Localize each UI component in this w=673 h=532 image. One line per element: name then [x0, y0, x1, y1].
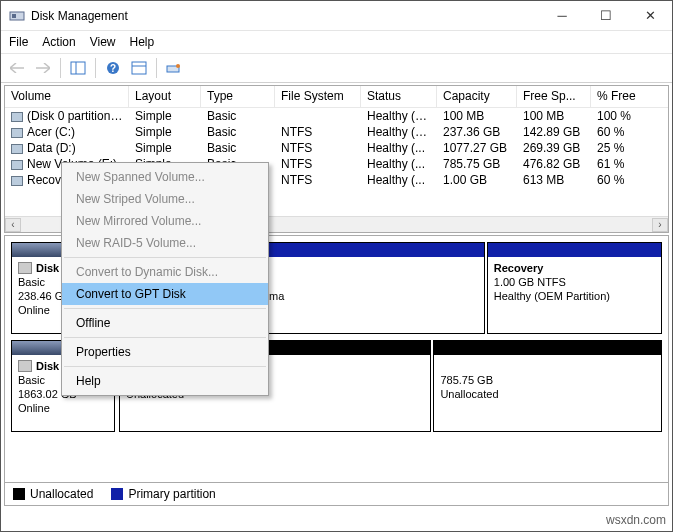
legend: Unallocated Primary partition — [4, 483, 669, 506]
partition-text: 785.75 GB — [440, 374, 493, 386]
cell-free: 476.82 GB — [517, 156, 591, 172]
cell-pct: 61 % — [591, 156, 647, 172]
svg-rect-1 — [12, 14, 16, 18]
context-menu-item: New RAID-5 Volume... — [62, 232, 268, 254]
context-menu-separator — [64, 366, 266, 367]
forward-button[interactable] — [31, 57, 55, 79]
cell-layout: Simple — [129, 108, 201, 124]
partition-text: Healthy (OEM Partition) — [494, 290, 610, 302]
window-title: Disk Management — [31, 9, 540, 23]
partition-recovery[interactable]: Recovery 1.00 GB NTFS Healthy (OEM Parti… — [487, 242, 662, 334]
legend-swatch-primary — [111, 488, 123, 500]
table-row[interactable]: (Disk 0 partition 1)SimpleBasicHealthy (… — [5, 108, 668, 124]
cell-pct: 100 % — [591, 108, 647, 124]
context-menu-item: New Mirrored Volume... — [62, 210, 268, 232]
context-menu-separator — [64, 337, 266, 338]
cell-capacity: 785.75 GB — [437, 156, 517, 172]
cell-fs — [275, 108, 361, 124]
table-header: Volume Layout Type File System Status Ca… — [5, 86, 668, 108]
svg-text:?: ? — [110, 63, 116, 74]
col-status[interactable]: Status — [361, 86, 437, 107]
cell-pct: 25 % — [591, 140, 647, 156]
disk-icon — [18, 360, 32, 372]
partition-title: Recovery — [494, 262, 544, 274]
menubar: File Action View Help — [1, 31, 672, 53]
settings-icon[interactable] — [162, 57, 186, 79]
cell-free: 613 MB — [517, 172, 591, 188]
app-icon — [9, 8, 25, 24]
svg-point-9 — [176, 64, 180, 68]
table-row[interactable]: Acer (C:)SimpleBasicNTFSHealthy (B...237… — [5, 124, 668, 140]
cell-fs: NTFS — [275, 140, 361, 156]
menu-view[interactable]: View — [90, 35, 116, 49]
context-menu-item: Convert to Dynamic Disk... — [62, 261, 268, 283]
context-menu-item[interactable]: Properties — [62, 341, 268, 363]
svg-rect-6 — [132, 62, 146, 74]
back-button[interactable] — [5, 57, 29, 79]
scroll-left-icon[interactable]: ‹ — [5, 218, 21, 232]
disk-status: Online — [18, 304, 50, 316]
context-menu: New Spanned Volume...New Striped Volume.… — [61, 162, 269, 396]
toolbar-separator — [95, 58, 96, 78]
cell-capacity: 1077.27 GB — [437, 140, 517, 156]
menu-file[interactable]: File — [9, 35, 28, 49]
context-menu-item[interactable]: Convert to GPT Disk — [62, 283, 268, 305]
cell-type: Basic — [201, 140, 275, 156]
disk-type: Basic — [18, 276, 45, 288]
cell-type: Basic — [201, 124, 275, 140]
partition-text: 1.00 GB NTFS — [494, 276, 566, 288]
cell-capacity: 237.36 GB — [437, 124, 517, 140]
menu-action[interactable]: Action — [42, 35, 75, 49]
legend-label: Unallocated — [30, 487, 93, 501]
help-icon[interactable]: ? — [101, 57, 125, 79]
partition-stripe — [488, 243, 661, 257]
partition-text: Unallocated — [440, 388, 498, 400]
minimize-button[interactable]: ─ — [540, 1, 584, 30]
cell-status: Healthy (B... — [361, 124, 437, 140]
titlebar: Disk Management ─ ☐ ✕ — [1, 1, 672, 31]
volume-icon — [11, 176, 23, 186]
toolbar-separator — [156, 58, 157, 78]
cell-fs: NTFS — [275, 156, 361, 172]
col-free[interactable]: Free Sp... — [517, 86, 591, 107]
partition-unallocated[interactable]: 785.75 GB Unallocated — [433, 340, 662, 432]
context-menu-item[interactable]: Offline — [62, 312, 268, 334]
refresh-icon[interactable] — [127, 57, 151, 79]
menu-help[interactable]: Help — [130, 35, 155, 49]
cell-pct: 60 % — [591, 172, 647, 188]
context-menu-separator — [64, 308, 266, 309]
toolbar-separator — [60, 58, 61, 78]
col-pct[interactable]: % Free — [591, 86, 647, 107]
context-menu-separator — [64, 257, 266, 258]
cell-fs: NTFS — [275, 172, 361, 188]
volume-icon — [11, 128, 23, 138]
scroll-right-icon[interactable]: › — [652, 218, 668, 232]
cell-free: 142.89 GB — [517, 124, 591, 140]
col-filesystem[interactable]: File System — [275, 86, 361, 107]
cell-layout: Simple — [129, 140, 201, 156]
maximize-button[interactable]: ☐ — [584, 1, 628, 30]
cell-status: Healthy (... — [361, 140, 437, 156]
cell-status: Healthy (... — [361, 172, 437, 188]
volume-icon — [11, 160, 23, 170]
cell-type: Basic — [201, 108, 275, 124]
watermark: wsxdn.com — [606, 513, 666, 527]
col-layout[interactable]: Layout — [129, 86, 201, 107]
close-button[interactable]: ✕ — [628, 1, 672, 30]
cell-volume: (Disk 0 partition 1) — [5, 108, 129, 124]
col-capacity[interactable]: Capacity — [437, 86, 517, 107]
show-hide-icon[interactable] — [66, 57, 90, 79]
cell-pct: 60 % — [591, 124, 647, 140]
partition-stripe — [434, 341, 661, 355]
toolbar: ? — [1, 53, 672, 83]
volume-icon — [11, 144, 23, 154]
cell-volume: Data (D:) — [5, 140, 129, 156]
volume-icon — [11, 112, 23, 122]
col-type[interactable]: Type — [201, 86, 275, 107]
context-menu-item[interactable]: Help — [62, 370, 268, 392]
col-volume[interactable]: Volume — [5, 86, 129, 107]
cell-volume: Acer (C:) — [5, 124, 129, 140]
table-row[interactable]: Data (D:)SimpleBasicNTFSHealthy (...1077… — [5, 140, 668, 156]
cell-free: 269.39 GB — [517, 140, 591, 156]
cell-layout: Simple — [129, 124, 201, 140]
